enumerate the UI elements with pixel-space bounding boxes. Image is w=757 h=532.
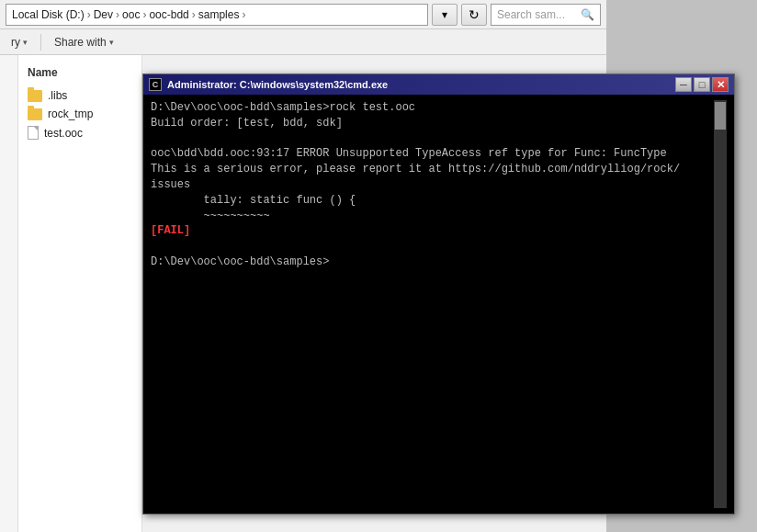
search-icon[interactable]: 🔍 — [581, 8, 594, 21]
path-sep-4: › — [192, 8, 196, 21]
scrollbar-thumb[interactable] — [715, 102, 726, 130]
cmd-content: D:\Dev\ooc\ooc-bdd\samples>rock test.ooc… — [143, 95, 734, 514]
share-arrow: ▾ — [109, 38, 114, 47]
explorer-sidebar — [0, 55, 18, 532]
explorer-toolbar: Local Disk (D:) › Dev › ooc › ooc-bdd › … — [0, 0, 606, 55]
address-bar: Local Disk (D:) › Dev › ooc › ooc-bdd › … — [0, 0, 606, 29]
history-btn[interactable]: ry ▾ — [7, 34, 31, 51]
cmd-line: D:\Dev\ooc\ooc-bdd\samples>rock test.ooc — [151, 100, 714, 116]
path-part-ooc[interactable]: ooc — [122, 8, 140, 21]
path-arrow: › — [242, 8, 245, 21]
toolbar-row: ry ▾ Share with ▾ — [0, 29, 606, 54]
search-bar[interactable]: Search sam... 🔍 — [491, 4, 601, 26]
cmd-line — [151, 239, 714, 255]
path-part-samples[interactable]: samples — [198, 8, 240, 21]
close-button[interactable]: ✕ — [712, 77, 729, 92]
cmd-title-buttons: ─ □ ✕ — [675, 77, 729, 92]
restore-button[interactable]: □ — [694, 77, 710, 92]
cmd-line: This is a serious error, please report i… — [151, 162, 714, 177]
path-part-dev[interactable]: Dev — [94, 8, 113, 21]
cmd-title: Administrator: C:\windows\system32\cmd.e… — [167, 79, 670, 90]
history-label: ry — [11, 36, 20, 49]
cmd-line: Build order: [test, bdd, sdk] — [151, 116, 714, 131]
share-with-label: Share with — [54, 36, 107, 49]
file-name-testooc: test.ooc — [44, 127, 83, 140]
file-list: Name .libs rock_tmp test.ooc — [18, 55, 142, 532]
cmd-line: D:\Dev\ooc\ooc-bdd\samples> — [151, 255, 714, 270]
folder-icon — [28, 90, 42, 102]
share-with-btn[interactable]: Share with ▾ — [51, 34, 118, 51]
folder-icon — [28, 108, 42, 120]
path-part-oocbdd[interactable]: ooc-bdd — [149, 8, 188, 21]
list-item[interactable]: rock_tmp — [18, 105, 141, 123]
fail-text: [FAIL] — [151, 224, 190, 237]
refresh-btn[interactable]: ↻ — [461, 4, 487, 26]
cmd-icon: C — [149, 78, 162, 91]
cmd-line — [151, 131, 714, 147]
minimize-button[interactable]: ─ — [675, 77, 692, 92]
cmd-line: issues — [151, 177, 714, 193]
cmd-scrollbar[interactable] — [714, 100, 727, 508]
history-arrow: ▾ — [23, 38, 28, 47]
search-placeholder: Search sam... — [497, 8, 581, 21]
file-list-header: Name — [18, 62, 141, 83]
path-part-drive[interactable]: Local Disk (D:) — [12, 8, 85, 21]
cmd-line: tally: static func () { — [151, 193, 714, 209]
cmd-titlebar: C Administrator: C:\windows\system32\cmd… — [143, 74, 734, 95]
file-icon — [28, 126, 39, 140]
file-name-libs: .libs — [48, 89, 67, 102]
file-name-rocktmp: rock_tmp — [48, 108, 93, 120]
cmd-line: ~~~~~~~~~~ — [151, 209, 714, 224]
divider — [40, 34, 41, 51]
list-item[interactable]: .libs — [18, 86, 141, 105]
path-sep-1: › — [87, 8, 91, 21]
list-item[interactable]: test.ooc — [18, 123, 141, 142]
dropdown-btn[interactable]: ▾ — [432, 4, 458, 26]
cmd-text-area: D:\Dev\ooc\ooc-bdd\samples>rock test.ooc… — [151, 100, 714, 508]
address-path[interactable]: Local Disk (D:) › Dev › ooc › ooc-bdd › … — [6, 4, 428, 26]
path-sep-2: › — [116, 8, 119, 21]
cmd-fail-line: [FAIL] — [151, 223, 714, 239]
cmd-line: ooc\bdd\bdd.ooc:93:17 ERROR Unsupported … — [151, 146, 714, 162]
path-sep-3: › — [142, 8, 146, 21]
cmd-window: C Administrator: C:\windows\system32\cmd… — [142, 74, 735, 515]
